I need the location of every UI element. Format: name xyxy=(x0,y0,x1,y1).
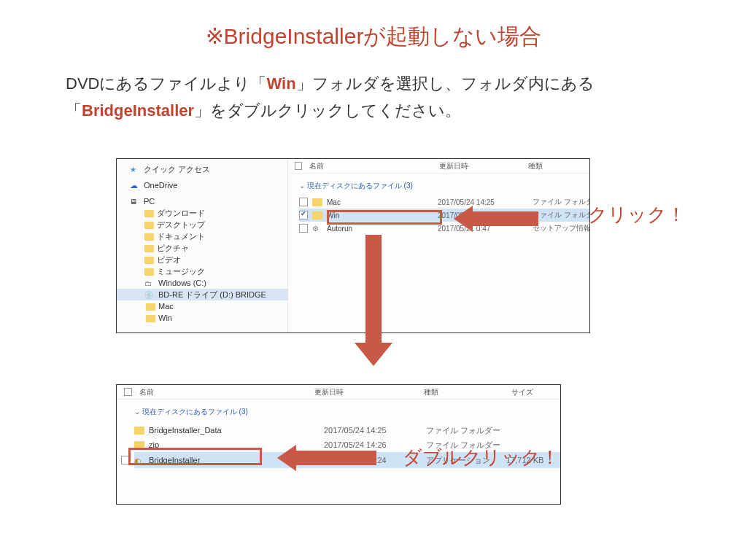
sidebar-item-bdre-drive[interactable]: BD-RE ドライブ (D:) BRIDGE xyxy=(117,289,287,300)
sidebar-item-desktop[interactable]: デスクトップ xyxy=(117,219,287,230)
page-title: ※BridgeInstallerが起動しない場合 xyxy=(0,22,747,52)
column-date[interactable]: 更新日時 xyxy=(314,387,417,397)
sidebar-item-documents[interactable]: ドキュメント xyxy=(117,230,287,242)
callout-doubleclick: ダブルクリック！ xyxy=(403,445,560,470)
sidebar-item-c-drive[interactable]: Windows (C:) xyxy=(117,277,287,289)
file-row-mac[interactable]: Mac 2017/05/24 14:25 ファイル フォルダー xyxy=(299,195,589,209)
sidebar-item-label: ドキュメント xyxy=(157,231,205,242)
file-list: 現在ディスクにあるファイル (3) Mac 2017/05/24 14:25 フ… xyxy=(299,178,589,235)
select-all-checkbox[interactable] xyxy=(295,162,302,170)
pc-icon xyxy=(130,197,141,206)
select-all-checkbox[interactable] xyxy=(124,388,132,396)
sidebar-item-pc[interactable]: PC xyxy=(117,195,287,207)
column-name[interactable]: 名前 xyxy=(139,387,307,397)
column-type[interactable]: 種類 xyxy=(528,161,589,171)
sidebar-item-pictures[interactable]: ピクチャ xyxy=(117,242,287,254)
star-icon xyxy=(130,165,141,174)
column-size[interactable]: サイズ xyxy=(511,387,533,397)
sidebar-item-label: ビデオ xyxy=(157,254,181,265)
folder-icon xyxy=(144,268,154,276)
folder-icon xyxy=(144,233,154,241)
explorer-column-header: 名前 更新日時 種類 xyxy=(289,159,589,174)
cloud-icon xyxy=(130,181,141,190)
explorer-window-1: クイック アクセス OneDrive PC ダウンロード デスクトップ ドキュメ… xyxy=(116,158,590,333)
group-header[interactable]: 現在ディスクにあるファイル (3) xyxy=(299,181,589,191)
sidebar-item-label: OneDrive xyxy=(144,181,177,190)
sidebar-item-label: Win xyxy=(158,314,172,322)
column-name[interactable]: 名前 xyxy=(309,161,432,171)
sidebar-item-downloads[interactable]: ダウンロード xyxy=(117,207,287,219)
explorer-column-header: 名前 更新日時 種類 サイズ xyxy=(117,385,560,400)
folder-icon xyxy=(134,427,144,435)
sidebar-item-quick-access[interactable]: クイック アクセス xyxy=(117,163,287,175)
sidebar-item-label: Windows (C:) xyxy=(158,279,206,287)
file-date: 2017/05/24 14:25 xyxy=(438,198,525,206)
file-row-autorun[interactable]: Autorun 2017/05/21 0:47 セットアップ情報 xyxy=(299,222,589,235)
instruction-text: DVDにあるファイルより「Win」フォルダを選択し、フォルダ内にある「Bridg… xyxy=(66,70,681,125)
sidebar-item-label: クイック アクセス xyxy=(144,164,210,175)
folder-icon xyxy=(312,198,322,206)
desc-part: DVDにあるファイルより「 xyxy=(66,74,266,93)
setup-icon xyxy=(312,225,322,233)
file-type: ファイル フォルダー xyxy=(426,425,506,436)
group-header[interactable]: 現在ディスクにあるファイル (3) xyxy=(134,407,560,417)
folder-icon xyxy=(134,441,144,449)
desc-em-bridge: BridgeInstaller xyxy=(82,101,194,120)
sidebar-item-label: ピクチャ xyxy=(157,243,189,254)
arrow-click xyxy=(454,206,538,232)
sidebar-item-label: ダウンロード xyxy=(157,208,205,219)
callout-click: クリック！ xyxy=(588,202,686,228)
sidebar-item-label: BD-RE ドライブ (D:) BRIDGE xyxy=(158,289,266,300)
file-date: 2017/05/24 14:25 xyxy=(324,426,411,435)
sidebar-item-mac[interactable]: Mac xyxy=(117,300,287,312)
file-row-win[interactable]: Win 2017/05/24 14:26 ファイル フォルダー xyxy=(299,209,589,222)
arrow-doubleclick xyxy=(277,445,376,471)
row-checkbox[interactable] xyxy=(121,456,130,464)
desc-part: 」をダブルクリックしてください。 xyxy=(194,101,461,120)
sidebar-item-music[interactable]: ミュージック xyxy=(117,265,287,277)
row-checkbox[interactable] xyxy=(299,198,308,206)
file-type: ファイル フォルダー xyxy=(533,210,590,220)
folder-icon xyxy=(144,222,154,229)
folder-icon xyxy=(312,211,322,219)
folder-icon xyxy=(144,245,154,252)
file-name: Mac xyxy=(327,198,436,206)
row-checkbox[interactable] xyxy=(299,211,308,219)
disc-icon xyxy=(144,290,155,299)
desc-em-win: Win xyxy=(266,74,295,93)
file-type: ファイル フォルダー xyxy=(533,197,590,207)
app-icon xyxy=(134,456,144,464)
file-type: セットアップ情報 xyxy=(533,223,590,233)
sidebar-item-win[interactable]: Win xyxy=(117,312,287,324)
file-name: Autorun xyxy=(327,225,436,233)
sidebar-item-label: ミュージック xyxy=(157,266,205,277)
sidebar-item-label: デスクトップ xyxy=(157,219,205,230)
folder-icon xyxy=(144,210,154,217)
sidebar-item-videos[interactable]: ビデオ xyxy=(117,254,287,265)
drive-icon xyxy=(144,279,155,287)
sidebar-item-onedrive[interactable]: OneDrive xyxy=(117,179,287,191)
file-name: BridgeInstaller_Data xyxy=(149,426,317,435)
column-date[interactable]: 更新日時 xyxy=(439,161,521,171)
file-row-installer-data[interactable]: BridgeInstaller_Data 2017/05/24 14:25 ファ… xyxy=(134,423,560,438)
folder-icon xyxy=(144,257,154,264)
row-checkbox[interactable] xyxy=(299,224,308,233)
sidebar-item-label: PC xyxy=(144,197,155,206)
file-name: Win xyxy=(327,211,436,219)
explorer-sidebar: クイック アクセス OneDrive PC ダウンロード デスクトップ ドキュメ… xyxy=(117,159,288,332)
folder-icon xyxy=(146,315,155,322)
arrow-down xyxy=(355,235,392,366)
folder-icon xyxy=(146,303,155,311)
sidebar-item-label: Mac xyxy=(158,302,174,311)
column-type[interactable]: 種類 xyxy=(424,387,504,397)
